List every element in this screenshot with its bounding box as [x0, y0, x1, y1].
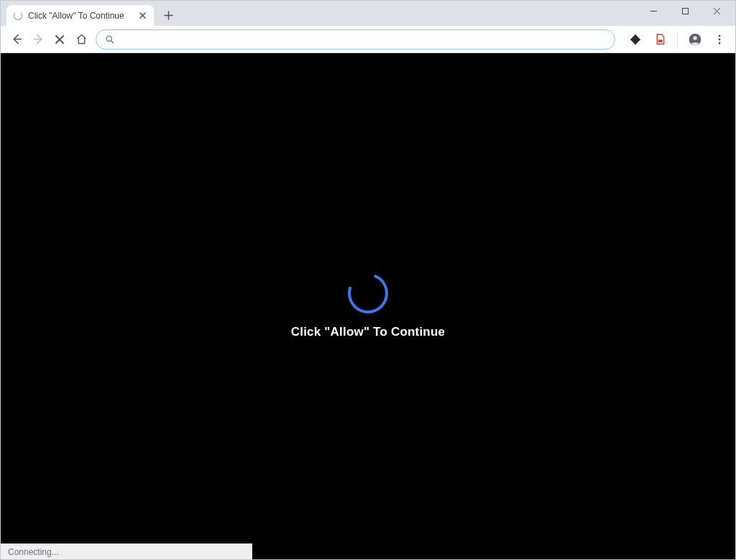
plus-icon — [164, 11, 173, 20]
arrow-right-icon — [32, 33, 45, 45]
close-icon — [713, 7, 721, 15]
window-close-button[interactable] — [701, 1, 732, 21]
close-icon — [139, 12, 146, 19]
svg-point-7 — [719, 42, 721, 44]
svg-point-1 — [106, 36, 111, 41]
status-bar: Connecting... — [1, 543, 252, 559]
titlebar: Click "Allow" To Continue — [1, 1, 735, 26]
home-icon — [75, 33, 88, 45]
window-controls — [638, 1, 732, 21]
tab-title: Click "Allow" To Continue — [28, 11, 137, 21]
nav-stop-button[interactable] — [50, 29, 70, 50]
nav-forward-button[interactable] — [28, 29, 48, 50]
arrow-left-icon — [11, 33, 23, 45]
page-message: Click "Allow" To Continue — [291, 325, 445, 339]
profile-button[interactable] — [686, 31, 704, 48]
maximize-icon — [681, 7, 689, 15]
separator — [677, 32, 678, 47]
nav-back-button[interactable] — [6, 29, 27, 50]
extension-1-button[interactable] — [627, 31, 644, 48]
svg-rect-2 — [658, 40, 662, 42]
document-red-icon — [654, 33, 666, 45]
svg-rect-0 — [682, 8, 688, 14]
address-bar[interactable] — [96, 29, 615, 50]
extensions-area — [621, 31, 731, 48]
user-circle-icon — [688, 32, 702, 47]
window-maximize-button[interactable] — [669, 1, 701, 21]
window-minimize-button[interactable] — [638, 1, 669, 21]
nav-home-button[interactable] — [71, 29, 91, 50]
kebab-menu-icon — [714, 34, 725, 45]
toolbar — [1, 26, 735, 53]
svg-point-5 — [719, 35, 721, 37]
status-text: Connecting... — [8, 547, 59, 557]
tab-close-button[interactable] — [137, 10, 148, 22]
extension-2-button[interactable] — [651, 31, 668, 48]
diamond-icon — [629, 33, 642, 46]
svg-point-4 — [693, 36, 696, 40]
address-input[interactable] — [120, 34, 606, 45]
browser-tab[interactable]: Click "Allow" To Continue — [6, 5, 154, 26]
new-tab-button[interactable] — [158, 5, 178, 25]
loading-spinner-icon — [14, 12, 22, 20]
browser-menu-button[interactable] — [711, 31, 728, 48]
page-loading-spinner-icon — [341, 267, 395, 320]
svg-point-6 — [719, 38, 721, 40]
close-icon — [55, 35, 65, 45]
search-icon — [105, 35, 114, 44]
minimize-icon — [650, 7, 658, 15]
page-content: Click "Allow" To Continue Connecting... — [1, 53, 735, 559]
